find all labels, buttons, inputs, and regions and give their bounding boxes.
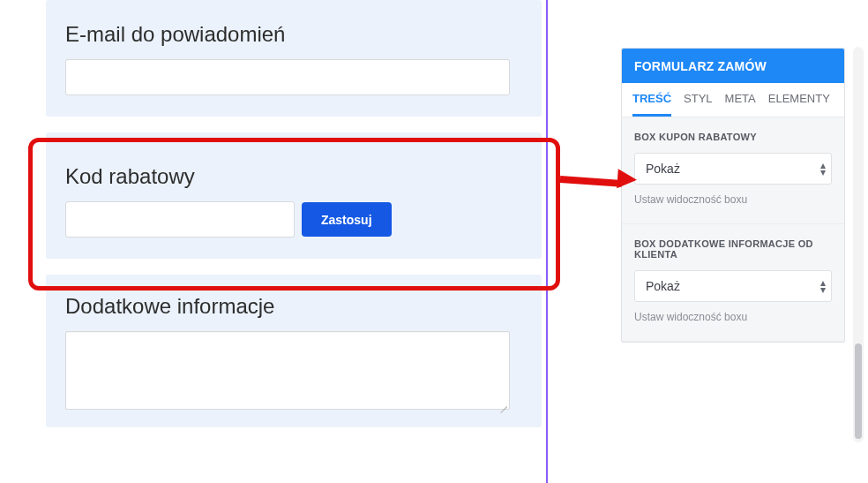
preview-divider xyxy=(546,0,548,483)
panel-coupon-box: BOX KUPON RABATOWY Pokaż ▴▾ Ustaw widocz… xyxy=(622,117,844,224)
arrow-line-icon xyxy=(560,176,622,187)
notes-label: Dodatkowe informacje xyxy=(65,294,522,319)
tab-style[interactable]: STYL xyxy=(684,92,713,117)
coupon-visibility-hint: Ustaw widoczność boxu xyxy=(634,193,832,206)
tab-content[interactable]: TREŚĆ xyxy=(632,92,671,117)
panel-coupon-title: BOX KUPON RABATOWY xyxy=(634,132,832,142)
extra-visibility-select[interactable]: Pokaż ▴▾ xyxy=(634,270,832,302)
extra-visibility-value: Pokaż xyxy=(646,279,680,293)
scrollbar-track[interactable] xyxy=(853,47,864,442)
coupon-section: Kod rabatowy Zastosuj xyxy=(46,132,542,259)
notes-section: Dodatkowe informacje xyxy=(46,275,542,427)
tab-meta[interactable]: META xyxy=(725,92,756,117)
email-section: E-mail do powiadomień xyxy=(46,0,542,117)
notes-textarea[interactable] xyxy=(65,331,510,410)
sidebar-title: FORMULARZ ZAMÓW xyxy=(622,49,844,83)
panel-extra-box: BOX DODATKOWE INFORMACJE OD KLIENTA Poka… xyxy=(622,224,844,342)
coupon-visibility-select[interactable]: Pokaż ▴▾ xyxy=(634,153,832,185)
select-arrows-icon: ▴▾ xyxy=(820,162,824,176)
extra-visibility-hint: Ustaw widoczność boxu xyxy=(634,311,832,323)
sidebar-tabs: TREŚĆ STYL META ELEMENTY xyxy=(622,83,844,117)
email-label: E-mail do powiadomień xyxy=(65,22,522,47)
coupon-input[interactable] xyxy=(65,201,295,238)
coupon-visibility-value: Pokaż xyxy=(646,162,680,176)
email-input[interactable] xyxy=(65,59,510,95)
tab-elements[interactable]: ELEMENTY xyxy=(768,92,830,117)
select-arrows-icon: ▴▾ xyxy=(820,279,824,293)
apply-coupon-button[interactable]: Zastosuj xyxy=(302,202,392,237)
settings-sidebar: FORMULARZ ZAMÓW TREŚĆ STYL META ELEMENTY… xyxy=(621,48,845,343)
panel-extra-title: BOX DODATKOWE INFORMACJE OD KLIENTA xyxy=(634,238,832,260)
resize-handle-icon xyxy=(498,398,507,407)
form-preview: E-mail do powiadomień Kod rabatowy Zasto… xyxy=(46,0,542,443)
coupon-label: Kod rabatowy xyxy=(65,164,522,189)
scrollbar-thumb[interactable] xyxy=(855,343,862,439)
